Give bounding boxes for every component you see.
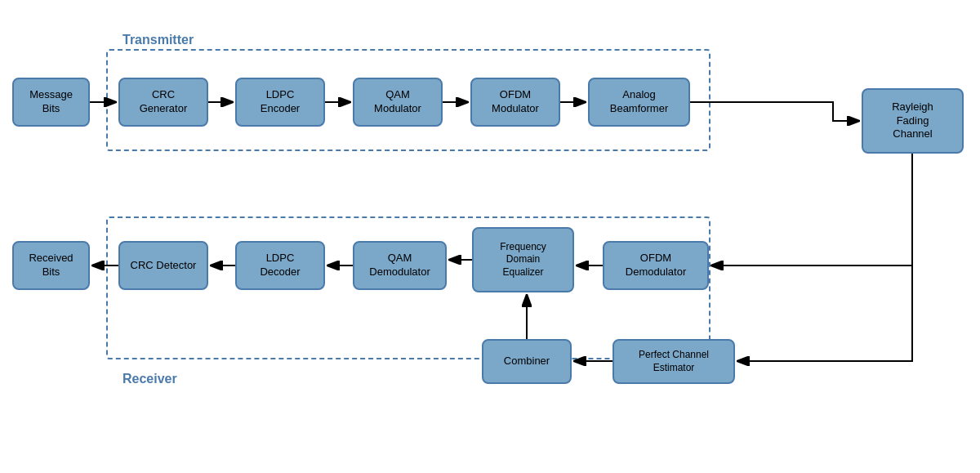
crc-generator-block: CRCGenerator [118,78,208,127]
receiver-label: Receiver [122,372,177,386]
perfect-channel-estimator-block: Perfect ChannelEstimator [612,339,735,384]
qam-modulator-block: QAMModulator [353,78,443,127]
rayleigh-channel-block: RayleighFadingChannel [862,88,964,154]
combiner-block: Combiner [482,339,572,384]
transmitter-label: Transmitter [122,33,194,47]
analog-beamformer-block: AnalogBeamformer [588,78,690,127]
crc-detector-block: CRC Detector [118,241,208,290]
ldpc-decoder-block: LDPCDecoder [235,241,325,290]
ofdm-demodulator-block: OFDMDemodulator [603,241,709,290]
ofdm-modulator-block: OFDMModulator [470,78,560,127]
diagram-container: Transmitter Receiver MessageBits CRCGene… [0,0,980,473]
message-bits-block: MessageBits [12,78,90,127]
qam-demodulator-block: QAMDemodulator [353,241,447,290]
received-bits-block: ReceivedBits [12,241,90,290]
ldpc-encoder-block: LDPCEncoder [235,78,325,127]
freq-domain-eq-block: FrequencyDomainEqualizer [472,227,574,292]
